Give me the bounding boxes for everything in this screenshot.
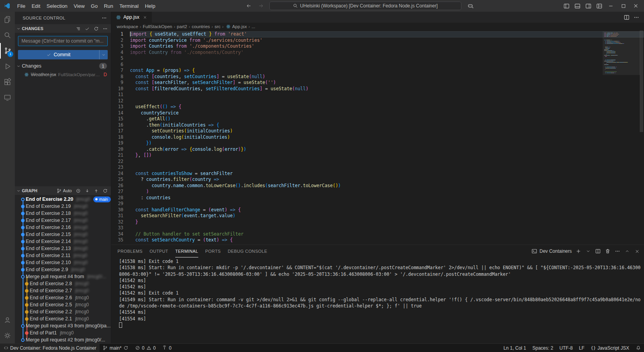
code-line[interactable]: 3import Countries from './components/Cou…: [111, 43, 644, 50]
panel-tab-output[interactable]: OUTPUT: [149, 245, 168, 257]
commit-button[interactable]: Commit: [18, 50, 108, 59]
commit-all-check-icon[interactable]: [84, 26, 90, 31]
code-line[interactable]: 4import Country from './components/Count…: [111, 50, 644, 56]
menu-run[interactable]: Run: [101, 2, 116, 10]
language-mode[interactable]: {}JavaScript JSX: [587, 344, 632, 352]
minimap[interactable]: [604, 32, 639, 73]
code-line[interactable]: 23: [111, 164, 644, 171]
commit-dropdown-icon[interactable]: [99, 50, 108, 59]
remote-indicator[interactable]: Dev Container: Fedora Node.js Container: [0, 344, 100, 352]
breadcrumb-item[interactable]: src: [215, 24, 221, 29]
more-actions-icon[interactable]: [101, 15, 107, 21]
commit-row[interactable]: End of Exercise 2.2jtmcg0: [15, 308, 111, 315]
menu-edit[interactable]: Edit: [28, 2, 43, 10]
code-editor[interactable]: 1import { useState, useEffect } from 're…: [111, 30, 644, 245]
code-line[interactable]: 15 .getAll(): [111, 116, 644, 122]
breadcrumb-item[interactable]: ...: [251, 24, 255, 29]
menu-view[interactable]: View: [71, 2, 88, 10]
commit-row[interactable]: Merge pull request #4 fromjtmcg0/...: [15, 273, 111, 280]
explorer-icon[interactable]: [0, 12, 15, 27]
split-terminal-icon[interactable]: [595, 248, 601, 254]
minimize-icon[interactable]: [605, 0, 617, 11]
push-icon[interactable]: [93, 188, 99, 193]
panel-tab-problems[interactable]: PROBLEMS: [117, 245, 142, 257]
code-line[interactable]: 6: [111, 62, 644, 68]
tab-app-jsx[interactable]: App.jsx: [111, 12, 152, 23]
code-line[interactable]: 21 }, []): [111, 152, 644, 159]
extensions-icon[interactable]: [0, 74, 15, 90]
ports-indicator[interactable]: 0: [159, 344, 175, 352]
menu-terminal[interactable]: Terminal: [116, 2, 142, 10]
code-line[interactable]: 28 : countries: [111, 195, 644, 201]
remote-explorer-icon[interactable]: [0, 90, 15, 105]
changes-section-header[interactable]: CHANGES: [15, 24, 111, 33]
code-line[interactable]: 13 useEffect(() => {: [111, 104, 644, 110]
breadcrumb-item[interactable]: workspace: [117, 24, 138, 29]
close-panel-icon[interactable]: [634, 248, 640, 254]
refresh-icon[interactable]: [102, 188, 108, 193]
refresh-icon[interactable]: [93, 26, 99, 31]
commit-row[interactable]: End of Exercise 2.7jtmcg0: [15, 287, 111, 294]
toggle-panel-icon[interactable]: [572, 1, 582, 11]
tab-close-icon[interactable]: [142, 14, 148, 20]
commit-row[interactable]: End of Exercise 2.5jtmcg0: [15, 301, 111, 308]
settings-gear-icon[interactable]: [0, 328, 15, 343]
commit-row[interactable]: End of Exercise 2.13jtmcg0: [15, 245, 111, 252]
cursor-position[interactable]: Ln 1, Col 1: [500, 344, 529, 352]
menu-go[interactable]: Go: [88, 2, 101, 10]
commit-row[interactable]: Merge pull request #2 from jtmcg0/...: [15, 336, 111, 343]
target-icon[interactable]: [75, 188, 81, 193]
commit-row[interactable]: End of Exercise 2.20jtmcg0main: [15, 196, 111, 203]
code-line[interactable]: 10 const [filteredCountries, setFiltered…: [111, 86, 644, 92]
code-line[interactable]: 12: [111, 98, 644, 104]
new-terminal-icon[interactable]: [575, 248, 582, 254]
command-center-search[interactable]: UHelsinki (Workspace) [Dev Container: Fe…: [269, 2, 461, 10]
code-line[interactable]: 24 const countriesToShow = searchFilter: [111, 171, 644, 177]
commit-row[interactable]: End of Exercise 2.14jtmcg0: [15, 238, 111, 245]
split-editor-icon[interactable]: [624, 14, 630, 20]
code-line[interactable]: 8 const [countries, setCountries] = useS…: [111, 74, 644, 80]
code-line[interactable]: 33: [111, 225, 644, 231]
customize-layout-icon[interactable]: [594, 1, 604, 11]
view-as-list-icon[interactable]: [75, 26, 81, 31]
close-window-icon[interactable]: [630, 0, 642, 11]
code-line[interactable]: 2import countryService from './services/…: [111, 38, 644, 44]
panel-tab-terminal[interactable]: TERMINAL: [175, 245, 198, 257]
more-actions-icon[interactable]: [633, 14, 639, 20]
code-line[interactable]: 11: [111, 92, 644, 98]
commit-row[interactable]: Merge pull request #3 from jtmcg0/pa...: [15, 322, 111, 329]
code-line[interactable]: 18 console.log(initialCountries): [111, 134, 644, 141]
code-line[interactable]: 25 ? countries.filter(country =>: [111, 177, 644, 183]
commit-row[interactable]: End of Part1jtmcg0: [15, 329, 111, 336]
run-debug-icon[interactable]: [0, 59, 15, 74]
maximize-icon[interactable]: [617, 0, 629, 11]
indentation[interactable]: Spaces: 2: [529, 344, 556, 352]
breadcrumbs[interactable]: workspace›FullStackOpen›part2›countries›…: [111, 23, 644, 30]
code-line[interactable]: 22: [111, 159, 644, 165]
maximize-panel-icon[interactable]: [624, 248, 630, 254]
fetch-icon[interactable]: [84, 188, 90, 193]
panel-tab-ports[interactable]: PORTS: [205, 245, 221, 257]
code-line[interactable]: 32 }: [111, 219, 644, 225]
terminal-dropdown-icon[interactable]: [585, 248, 591, 254]
breadcrumb-item[interactable]: countries: [192, 24, 210, 29]
breadcrumb-item[interactable]: FullStackOpen: [143, 24, 172, 29]
commit-row[interactable]: End of Exercise 2.19jtmcg0: [15, 203, 111, 210]
commit-row[interactable]: End of Exercise 2.17jtmcg0: [15, 217, 111, 224]
toggle-sidebar-icon[interactable]: [561, 1, 571, 11]
code-line[interactable]: 27 ): [111, 189, 644, 195]
code-line[interactable]: 29: [111, 201, 644, 207]
back-arrow-icon[interactable]: [244, 2, 253, 10]
commit-row[interactable]: End of Exercise 2.10jtmcg0: [15, 259, 111, 266]
code-line[interactable]: 16 .then(initialCountries => {: [111, 122, 644, 129]
breadcrumb-item[interactable]: App.jsx: [232, 24, 247, 29]
kill-terminal-trash-icon[interactable]: [605, 248, 611, 254]
commit-row[interactable]: End of Exercise 2.6jtmcg0: [15, 294, 111, 301]
problems-indicator[interactable]: 0 0: [132, 344, 158, 352]
account-icon[interactable]: [0, 312, 15, 328]
code-line[interactable]: 35 const setSearchCountry = (text) => {: [111, 237, 644, 243]
menu-file[interactable]: File: [14, 2, 28, 10]
source-control-icon[interactable]: 1: [0, 43, 15, 59]
code-line[interactable]: 17 setCountries(initialCountries): [111, 128, 644, 134]
code-line[interactable]: 1import { useState, useEffect } from 're…: [111, 31, 644, 38]
